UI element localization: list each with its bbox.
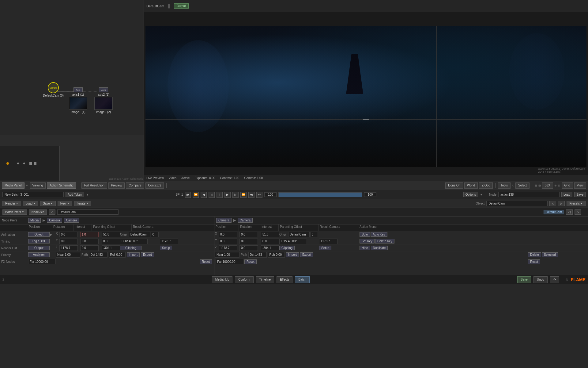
object-anim-btn[interactable]: Object	[28, 232, 50, 237]
y-pos-input[interactable]	[59, 239, 78, 244]
step-frame-back-btn[interactable]: ◁	[209, 192, 215, 198]
right-fov-input[interactable]	[279, 239, 307, 244]
pause-btn[interactable]: ⏸	[217, 192, 223, 198]
far-input-left[interactable]	[28, 259, 56, 264]
roll-input-left[interactable]	[109, 252, 126, 258]
camera-btn[interactable]: Camera	[64, 218, 79, 223]
right-y-int-input[interactable]	[261, 239, 279, 244]
save-render-btn[interactable]: Save ▼	[40, 201, 56, 206]
frame-start-input[interactable]	[264, 192, 277, 197]
view-btn[interactable]: View	[574, 182, 586, 189]
right-x-pos-input[interactable]	[219, 232, 237, 237]
analyzer-btn[interactable]: Analyzer	[28, 252, 50, 257]
load-render-btn[interactable]: Load ▼	[23, 201, 38, 206]
timeline-btn[interactable]: Timeline	[256, 276, 274, 283]
delete-btn[interactable]: Delete	[528, 252, 541, 257]
full-resolution-btn[interactable]: Full Resolution	[81, 182, 107, 189]
auto-key-btn[interactable]: Auto Key	[371, 232, 387, 237]
save-node-btn[interactable]: Save	[574, 192, 586, 197]
defaultcam-node[interactable]: Camera DefaultCam (0)	[43, 82, 64, 97]
render-btn[interactable]: Render ▼	[2, 201, 21, 206]
fog-dof-btn[interactable]: Fog / DOF	[28, 239, 50, 243]
loop-btn[interactable]: ⇄	[256, 192, 262, 198]
right-y-pos-input[interactable]	[219, 239, 237, 244]
right-origin-num-input[interactable]	[310, 232, 318, 237]
defaultcam-tag[interactable]: DefaultCam	[544, 210, 564, 214]
right-z-rot-input[interactable]	[239, 245, 258, 251]
conform-btn[interactable]: Conform	[235, 276, 253, 283]
node-value-input[interactable]	[498, 192, 560, 197]
load-node-btn[interactable]: Load	[561, 192, 572, 197]
right-dst-input[interactable]	[248, 252, 267, 258]
new-render-btn[interactable]: New ▼	[58, 201, 72, 206]
batch-bottom-btn[interactable]: Batch	[295, 276, 310, 283]
cam-next-btn[interactable]: ▷	[575, 209, 581, 215]
parenting-val-input[interactable]	[160, 239, 178, 244]
x-rot-input[interactable]	[80, 232, 99, 237]
grid-btn[interactable]: Grid	[562, 182, 573, 189]
x-int-input[interactable]	[102, 232, 120, 237]
origin-val-input[interactable]	[129, 232, 150, 237]
delete-key-btn[interactable]: Delete Key	[375, 239, 394, 243]
defaultcam-input[interactable]	[57, 209, 119, 215]
set-key-btn[interactable]: Set Key	[360, 239, 375, 243]
play-back-btn[interactable]: ◀	[201, 192, 207, 198]
step-frame-fwd-btn[interactable]: ▷	[232, 192, 239, 198]
redo-btn[interactable]: ↷	[550, 276, 559, 283]
skip-end-btn[interactable]: ⏭	[248, 192, 254, 198]
reset-btn-left[interactable]: Reset	[200, 259, 212, 264]
frame-end-input[interactable]	[364, 192, 376, 197]
prev-obj-btn[interactable]: ◁	[549, 201, 556, 206]
viewport-canvas[interactable]: action138 output1_Comp: DefaultCam 2048 …	[144, 12, 588, 175]
media-btn[interactable]: Media	[28, 218, 41, 223]
right-x-rot-input[interactable]	[239, 232, 258, 237]
camera-right-btn[interactable]: Camera	[238, 218, 253, 223]
step-back-btn[interactable]: ⏪	[193, 192, 199, 198]
add-token-btn[interactable]: Add Token	[66, 192, 84, 197]
fov-input-left[interactable]	[120, 239, 148, 244]
preview-btn[interactable]: Preview	[108, 182, 125, 189]
setup-btn-left[interactable]: Setup	[160, 246, 172, 250]
origin-num-input[interactable]	[151, 232, 159, 237]
right-clipping-btn[interactable]: Clipping	[279, 246, 295, 250]
zoom-btn[interactable]: 56X	[542, 182, 553, 189]
right-z-pos-input[interactable]	[219, 245, 237, 251]
media-panel-btn[interactable]: Media Panel	[2, 182, 24, 189]
selected-btn[interactable]: Selected	[542, 252, 558, 257]
right-y-rot-input[interactable]	[239, 239, 258, 244]
export-btn-left[interactable]: Export	[141, 252, 154, 257]
save-bottom-btn[interactable]: Save	[517, 276, 531, 283]
y-int-input[interactable]	[102, 239, 120, 244]
right-origin-val-input[interactable]	[288, 232, 310, 237]
right-setup-btn[interactable]: Setup	[319, 246, 331, 250]
import-btn-left[interactable]: Import	[127, 252, 140, 257]
camera-type-right-btn[interactable]: Camera	[216, 218, 232, 223]
select-btn[interactable]: Select	[515, 182, 530, 189]
object-input[interactable]	[486, 201, 548, 206]
compare-btn[interactable]: Compare	[126, 182, 144, 189]
world-btn[interactable]: World	[464, 182, 478, 189]
step-fwd-btn[interactable]: ⏩	[240, 192, 247, 198]
z-rot-input[interactable]	[80, 245, 99, 251]
mediahub-btn[interactable]: MediaHub	[212, 276, 233, 283]
output-rl-btn[interactable]: Output	[28, 246, 50, 250]
viewing-btn[interactable]: Viewing	[30, 182, 46, 189]
duplicate-btn[interactable]: Duplicate	[371, 246, 388, 250]
context2-btn[interactable]: Context 2	[145, 182, 164, 189]
axis1-node[interactable]: Axis axis1 (1) image1 (1)	[69, 87, 87, 114]
right-far-input[interactable]	[216, 259, 243, 264]
mini-overview-panel[interactable]	[0, 146, 60, 181]
output-button[interactable]: Output	[174, 3, 189, 9]
batch-prefs-btn[interactable]: Batch Prefs ▼	[2, 209, 27, 215]
clipping-btn[interactable]: Clipping	[120, 246, 141, 250]
reset2-btn[interactable]: Reset	[528, 259, 540, 264]
iterate-btn[interactable]: Iterate ▼	[74, 201, 91, 206]
effects-btn[interactable]: Effects	[277, 276, 292, 283]
options-btn[interactable]: Options	[463, 192, 478, 197]
skip-start-btn[interactable]: ⏮	[185, 192, 191, 198]
batch-name-input[interactable]	[2, 192, 64, 197]
presets-btn[interactable]: Presets ▼	[567, 201, 586, 206]
right-parenting-val-input[interactable]	[319, 239, 337, 244]
right-x-int-input[interactable]	[261, 232, 279, 237]
dst-input-left[interactable]	[89, 252, 107, 258]
